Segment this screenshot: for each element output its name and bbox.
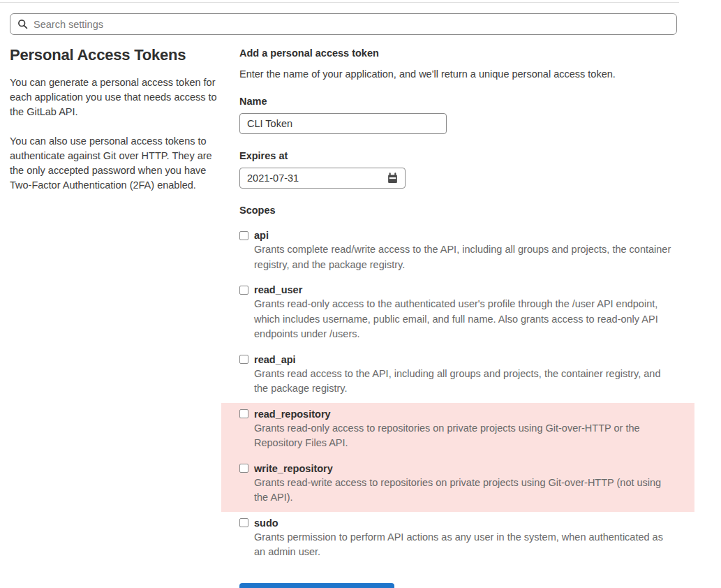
scope-description: Grants read-only access to repositories … [254,421,674,451]
token-name-field[interactable] [239,113,447,134]
expires-field-wrap[interactable] [239,168,406,189]
expires-label: Expires at [239,150,694,161]
scope-name: write_repository [254,463,333,474]
scopes-label: Scopes [239,205,694,216]
scope-row-read_api: read_api Grants read access to the API, … [221,348,694,403]
page-title: Personal Access Tokens [10,46,220,64]
name-label: Name [239,96,694,107]
scope-checkbox-read_user[interactable] [239,286,248,295]
scope-name: read_user [254,284,302,295]
search-icon [17,19,28,29]
scope-row-read_user: read_user Grants read-only access to the… [221,279,694,348]
sidebar-paragraph-2: You can also use personal access tokens … [10,134,220,193]
scope-description: Grants read access to the API, including… [254,367,674,397]
scope-name: read_repository [254,409,331,420]
form-heading: Add a personal access token [239,47,694,59]
scope-checkbox-read_repository[interactable] [239,409,248,418]
top-divider [0,2,679,3]
scopes-list: api Grants complete read/write access to… [239,224,694,566]
calendar-icon[interactable] [387,172,399,184]
scope-row-api: api Grants complete read/write access to… [221,224,694,279]
scope-name: api [254,230,269,241]
scope-checkbox-api[interactable] [239,231,248,240]
sidebar-paragraph-1: You can generate a personal access token… [10,75,220,119]
scope-description: Grants complete read/write access to the… [254,242,674,272]
settings-search-box[interactable] [10,13,677,35]
scope-description: Grants read-write access to repositories… [254,476,674,506]
scope-name: read_api [254,354,296,365]
scope-checkbox-sudo[interactable] [239,518,248,527]
scope-checkbox-read_api[interactable] [239,355,248,364]
scope-checkbox-write_repository[interactable] [239,464,248,473]
scope-row-sudo: sudo Grants permission to perform API ac… [221,512,694,566]
create-token-button[interactable]: Create personal access token [239,583,394,588]
scope-description: Grants permission to perform API actions… [254,530,674,560]
scope-row-read_repository: read_repository Grants read-only access … [221,403,694,457]
scope-name: sudo [254,517,278,529]
token-form: Add a personal access token Enter the na… [239,45,694,588]
settings-content: Personal Access Tokens You can generate … [10,45,694,588]
search-input[interactable] [34,19,669,30]
section-sidebar: Personal Access Tokens You can generate … [10,45,220,588]
expires-date-field[interactable] [247,172,387,184]
form-description: Enter the name of your application, and … [239,68,694,80]
scope-row-write_repository: write_repository Grants read-write acces… [221,457,694,512]
scope-description: Grants read-only access to the authentic… [254,297,674,342]
